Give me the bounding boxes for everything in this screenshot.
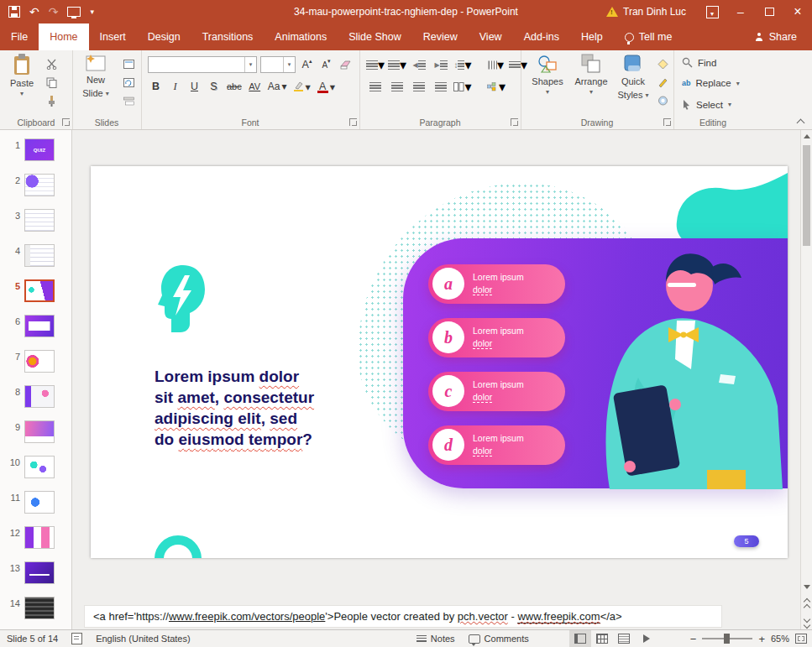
- line-spacing-button[interactable]: ↕▾: [453, 56, 472, 73]
- comments-toggle-button[interactable]: Comments: [462, 630, 536, 647]
- language-status-button[interactable]: English (United States): [89, 630, 197, 647]
- previous-slide-button[interactable]: [801, 598, 812, 610]
- close-button[interactable]: ×: [783, 0, 812, 23]
- slide-thumbnail-row-10[interactable]: 10: [0, 454, 71, 489]
- increase-indent-button[interactable]: ▶: [432, 56, 450, 73]
- shape-fill-button[interactable]: [653, 55, 672, 72]
- scroll-down-button[interactable]: [801, 581, 812, 592]
- answer-option-c[interactable]: c Lorem ipsumdolor: [428, 372, 565, 411]
- tab-review[interactable]: Review: [412, 23, 469, 50]
- slide-thumbnail-row-14[interactable]: 14: [0, 595, 71, 629]
- slide-thumbnail[interactable]: [24, 420, 55, 443]
- increase-font-size-button[interactable]: A▴: [299, 56, 315, 73]
- decrease-indent-button[interactable]: ◀: [410, 56, 428, 73]
- slide-counter[interactable]: Slide 5 of 14: [0, 630, 65, 647]
- slide-thumbnail-row-13[interactable]: 13: [0, 560, 71, 595]
- tab-transitions[interactable]: Transitions: [191, 23, 265, 50]
- vertical-scrollbar[interactable]: [800, 130, 812, 629]
- paragraph-dialog-launcher-icon[interactable]: [511, 118, 518, 126]
- tab-design[interactable]: Design: [137, 23, 191, 50]
- slide-thumbnail-row-8[interactable]: 8: [0, 384, 71, 419]
- tab-view[interactable]: View: [469, 23, 513, 50]
- slide-thumbnail[interactable]: [24, 561, 55, 584]
- underline-button[interactable]: U: [186, 78, 202, 95]
- slide-thumbnail[interactable]: [24, 350, 55, 373]
- font-size-combobox[interactable]: ▾: [260, 56, 296, 73]
- redo-icon[interactable]: ↷: [49, 6, 59, 18]
- quick-styles-button[interactable]: Quick Styles▾: [615, 54, 652, 116]
- scrollbar-thumb[interactable]: [803, 145, 810, 246]
- next-slide-button[interactable]: [801, 616, 812, 628]
- ribbon-display-options-button[interactable]: ▾: [698, 0, 726, 23]
- spell-check-status-button[interactable]: [65, 630, 89, 647]
- answer-option-a[interactable]: a Lorem ipsumdolor: [428, 264, 565, 304]
- tab-animations[interactable]: Animations: [264, 23, 338, 50]
- clipboard-dialog-launcher-icon[interactable]: [62, 118, 70, 126]
- normal-view-button[interactable]: [569, 630, 591, 647]
- save-icon[interactable]: [8, 6, 20, 18]
- chevron-down-icon[interactable]: ▾: [244, 57, 256, 72]
- tab-home[interactable]: Home: [39, 23, 88, 50]
- slide-thumbnail-row-12[interactable]: 12: [0, 524, 71, 560]
- reset-slide-button[interactable]: [119, 74, 138, 91]
- slide-canvas[interactable]: Lorem ipsum dolor sit amet, consectetur …: [91, 166, 788, 558]
- copy-button[interactable]: [42, 74, 60, 91]
- reading-view-button[interactable]: [613, 630, 635, 647]
- tab-slide-show[interactable]: Slide Show: [338, 23, 412, 50]
- answer-option-b[interactable]: b Lorem ipsumdolor: [428, 318, 565, 357]
- replace-button[interactable]: ab Replace ▾: [682, 78, 740, 88]
- tab-help[interactable]: Help: [570, 23, 614, 50]
- share-button[interactable]: Share: [740, 23, 812, 50]
- clear-formatting-button[interactable]: [338, 56, 354, 73]
- zoom-in-button[interactable]: +: [758, 633, 765, 645]
- italic-button[interactable]: I: [167, 78, 183, 95]
- character-spacing-button[interactable]: AV: [247, 78, 263, 95]
- drawing-dialog-launcher-icon[interactable]: [663, 118, 671, 126]
- convert-to-smartart-button[interactable]: ▾: [487, 78, 506, 95]
- slide-thumbnail[interactable]: QUIZ: [24, 138, 55, 161]
- undo-icon[interactable]: ↶: [29, 6, 39, 18]
- question-text[interactable]: Lorem ipsum dolor sit amet, consectetur …: [155, 366, 343, 450]
- slide-thumbnail[interactable]: [24, 279, 55, 302]
- strikethrough-button[interactable]: abc: [225, 78, 244, 95]
- answer-option-d[interactable]: d Lorem ipsumdolor: [428, 425, 565, 465]
- slide-thumbnail-row-6[interactable]: 6: [0, 313, 71, 348]
- maximize-button[interactable]: [755, 0, 783, 23]
- slide-sorter-view-button[interactable]: [591, 630, 613, 647]
- slide-thumbnail-row-1[interactable]: 1 QUIZ: [0, 137, 71, 172]
- slide-layout-button[interactable]: [119, 55, 138, 72]
- columns-button[interactable]: ▾: [453, 78, 472, 95]
- tab-file[interactable]: File: [0, 23, 39, 50]
- tab-insert[interactable]: Insert: [89, 23, 137, 50]
- shape-outline-button[interactable]: [653, 74, 672, 91]
- slide-thumbnail[interactable]: [24, 526, 55, 549]
- zoom-level[interactable]: 65%: [771, 634, 789, 644]
- slide-thumbnail[interactable]: [24, 491, 55, 514]
- scroll-up-button[interactable]: [801, 130, 812, 142]
- decrease-font-size-button[interactable]: A▾: [318, 56, 334, 73]
- font-dialog-launcher-icon[interactable]: [349, 118, 357, 126]
- change-case-button[interactable]: Aa▾: [266, 78, 289, 95]
- zoom-slider-thumb[interactable]: [724, 634, 730, 644]
- credit-text-box[interactable]: <a href='https://www.freepik.com/vectors…: [84, 605, 722, 628]
- text-direction-button[interactable]: ▾: [487, 56, 506, 73]
- slide-thumbnail[interactable]: [24, 315, 55, 337]
- bullets-button[interactable]: ▾: [366, 56, 385, 73]
- shapes-button[interactable]: Shapes ▾: [527, 54, 568, 116]
- bold-button[interactable]: B: [148, 78, 164, 95]
- section-button[interactable]: [119, 92, 138, 109]
- font-name-combobox[interactable]: ▾: [148, 56, 257, 73]
- slide-thumbnail-row-11[interactable]: 11: [0, 489, 71, 524]
- zoom-out-button[interactable]: −: [690, 633, 697, 645]
- slide-thumbnail[interactable]: [24, 385, 55, 408]
- text-shadow-button[interactable]: S: [206, 78, 222, 95]
- find-button[interactable]: Find: [682, 57, 716, 68]
- account-button[interactable]: Tran Dinh Luc: [595, 6, 698, 18]
- numbering-button[interactable]: ▾: [388, 56, 406, 73]
- chevron-down-icon[interactable]: ▾: [283, 57, 295, 72]
- slide-thumbnail-row-7[interactable]: 7: [0, 348, 71, 384]
- new-slide-button[interactable]: New Slide▾: [77, 54, 114, 116]
- text-highlight-button[interactable]: ▾: [291, 78, 312, 95]
- arrange-button[interactable]: Arrange ▾: [571, 54, 611, 116]
- tell-me-box[interactable]: Tell me: [614, 23, 684, 50]
